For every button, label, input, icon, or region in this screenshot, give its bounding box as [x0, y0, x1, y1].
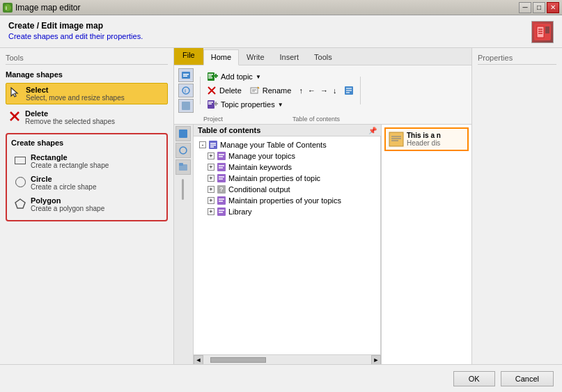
svg-rect-58: [217, 196, 226, 205]
toc-label: Table of contents: [223, 116, 340, 123]
tab-home[interactable]: Home: [203, 49, 239, 65]
app-icon: i: [3, 3, 13, 13]
tree-item-0: + Manage your topics: [196, 150, 377, 162]
contents-title: Table of contents: [198, 126, 260, 134]
svg-rect-12: [182, 72, 190, 79]
topic-properties-button[interactable]: Topic properties ▼: [204, 98, 357, 111]
pin-icon[interactable]: 📌: [368, 127, 377, 134]
select-label: Select: [26, 86, 125, 94]
rename-button[interactable]: Rename: [247, 84, 295, 97]
maximize-button[interactable]: □: [533, 2, 545, 13]
delete-tool[interactable]: Delete Remove the selected shapes: [6, 107, 168, 127]
circle-tool[interactable]: Circle Create a circle shape: [11, 173, 162, 193]
svg-rect-17: [182, 102, 190, 110]
arrow-up-button[interactable]: ↑: [297, 86, 305, 95]
scroll-track[interactable]: [203, 357, 371, 363]
ribbon: File Home Write Insert Tools i: [174, 48, 471, 125]
svg-rect-14: [183, 76, 187, 77]
arrow-down-button[interactable]: ↓: [331, 86, 339, 95]
ok-button[interactable]: OK: [453, 371, 495, 386]
properties-label: Properties: [478, 54, 556, 65]
tree-item-label-1: Maintain keywords: [228, 163, 292, 171]
project-icon-1[interactable]: [178, 68, 194, 82]
polygon-icon: [14, 197, 26, 210]
contents-header: Table of contents 📌: [194, 125, 381, 136]
minimize-button[interactable]: ─: [519, 2, 531, 13]
svg-rect-36: [208, 104, 212, 105]
contents-tree[interactable]: - Manage your Table of Contents: [194, 136, 381, 354]
rename-icon: [250, 86, 260, 95]
expand-0[interactable]: +: [208, 152, 214, 159]
select-tool[interactable]: Select Select, move and resize shapes: [6, 83, 168, 104]
select-desc: Select, move and resize shapes: [26, 94, 125, 102]
rectangle-icon: [14, 154, 26, 166]
expand-2[interactable]: +: [208, 175, 214, 182]
rectangle-tool[interactable]: Rectangle Create a rectangle shape: [11, 151, 162, 171]
tree-item-3: + ? Conditional output: [196, 184, 377, 195]
properties-panel: Properties: [471, 48, 562, 364]
drag-handle[interactable]: [182, 179, 184, 200]
polygon-tool[interactable]: Polygon Create a polygon shape: [11, 194, 162, 214]
nav-arrows: ↑ ← → ↓: [297, 86, 338, 95]
select-icon: [9, 86, 22, 99]
tree-item-label-3: Conditional output: [228, 185, 290, 194]
doc-sidebar: [174, 125, 194, 364]
expand-3[interactable]: +: [208, 186, 214, 193]
dialog-header: Create / Edit image map Create shapes an…: [0, 15, 562, 48]
expand-4[interactable]: +: [208, 197, 214, 204]
extra-button[interactable]: [341, 84, 357, 97]
tree-item-1: + Maintain keywords: [196, 162, 377, 173]
svg-rect-47: [217, 152, 226, 160]
add-topic-dropdown[interactable]: ▼: [256, 74, 261, 80]
project-icon-3[interactable]: [178, 99, 194, 113]
tab-tools[interactable]: Tools: [306, 49, 340, 65]
cancel-button[interactable]: Cancel: [501, 371, 554, 386]
ribbon-tabs: File Home Write Insert Tools: [174, 48, 471, 65]
doc-area: Table of contents 📌 -: [174, 125, 471, 364]
window-title: Image map editor: [15, 3, 80, 13]
tools-label: Tools: [6, 54, 168, 65]
svg-text:i: i: [6, 6, 7, 10]
preview-panel: This is a n Header dis: [381, 125, 471, 364]
scroll-left[interactable]: ◄: [194, 355, 203, 365]
tree-item-label-5: Library: [228, 207, 252, 216]
topic-properties-dropdown[interactable]: ▼: [278, 102, 283, 108]
h-scrollbar[interactable]: ◄ ►: [194, 354, 381, 364]
arrow-left-button[interactable]: ←: [306, 86, 318, 95]
svg-rect-53: [217, 174, 226, 182]
ribbon-content: i: [174, 65, 471, 116]
sidebar-doc-icon-3[interactable]: [175, 159, 191, 175]
svg-rect-21: [208, 74, 213, 75]
svg-rect-42: [179, 163, 183, 166]
add-topic-button[interactable]: Add topic ▼: [204, 70, 357, 83]
ribbon-buttons: Add topic ▼ Delete: [204, 70, 357, 111]
split-area: Table of contents 📌 -: [194, 125, 471, 364]
delete-ribbon-icon: [207, 86, 217, 95]
preview-doc-icon: [389, 132, 404, 147]
svg-rect-64: [389, 132, 403, 146]
scroll-thumb[interactable]: [210, 357, 266, 363]
svg-rect-35: [208, 102, 213, 103]
svg-text:i: i: [185, 88, 186, 93]
project-section-label: [178, 116, 199, 123]
project-icon-2[interactable]: i: [178, 84, 194, 97]
dialog-title: Create / Edit image map: [8, 21, 143, 31]
tab-write[interactable]: Write: [239, 49, 272, 65]
tab-insert[interactable]: Insert: [272, 49, 307, 65]
expand-1[interactable]: +: [208, 164, 214, 171]
tree-panel: Table of contents 📌 -: [194, 125, 381, 364]
tree-icon-3: ?: [217, 185, 226, 194]
delete-button[interactable]: Delete: [204, 84, 244, 97]
expand-root[interactable]: -: [199, 141, 206, 148]
sidebar-doc-icon-1[interactable]: [175, 126, 191, 141]
sidebar-doc-icon-2[interactable]: [175, 143, 191, 158]
scroll-right[interactable]: ►: [371, 355, 381, 365]
close-button[interactable]: ✕: [547, 2, 559, 13]
topic-properties-icon: [207, 100, 218, 109]
ribbon-row-2: Delete Rename: [204, 84, 357, 97]
tree-item-4: + Maintain properties of your topics: [196, 195, 377, 206]
delete-desc: Remove the selected shapes: [25, 118, 115, 125]
arrow-right-button[interactable]: →: [318, 86, 330, 95]
tab-file[interactable]: File: [174, 48, 203, 65]
expand-5[interactable]: +: [208, 208, 214, 215]
